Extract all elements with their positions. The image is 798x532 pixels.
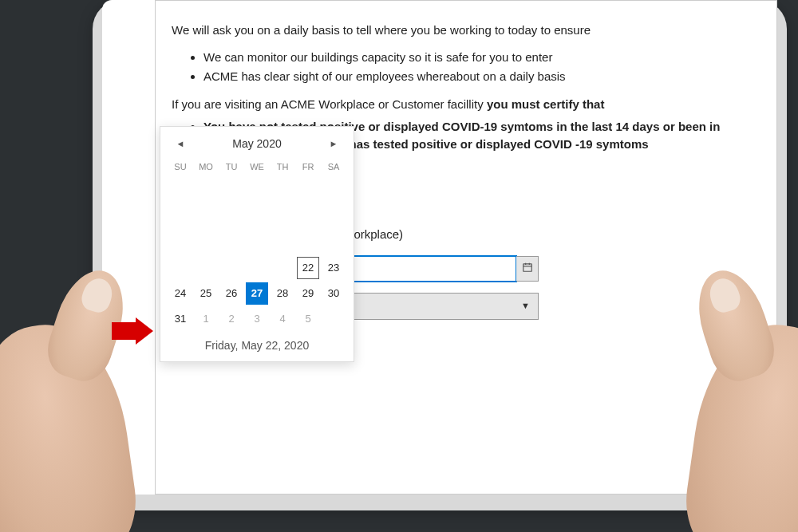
red-arrow-annotation	[112, 317, 153, 345]
calendar-footer[interactable]: Friday, May 22, 2020	[168, 339, 346, 352]
calendar-day[interactable]: 2	[220, 308, 243, 330]
certify-bold: you must certify that	[487, 97, 605, 111]
calendar-day[interactable]: 30	[322, 282, 345, 305]
calendar-day[interactable]: 28	[271, 282, 294, 305]
calendar-day[interactable]: 22	[297, 257, 319, 279]
calendar-day[interactable]: 5	[297, 308, 319, 330]
svg-marker-4	[112, 317, 153, 345]
chevron-down-icon: ▼	[521, 300, 530, 313]
calendar-day[interactable]: 1	[195, 308, 217, 330]
calendar-dow: MO	[194, 159, 218, 178]
calendar-dow: WE	[245, 159, 269, 178]
intro-text: We will ask you on a daily basis to tell…	[172, 22, 751, 39]
certify-prefix: If you are visiting an ACME Workplace or…	[172, 97, 487, 111]
calendar-next-button[interactable]: ►	[326, 136, 341, 151]
calendar-dow: SU	[168, 159, 192, 178]
hand-right	[662, 245, 798, 532]
calendar-day[interactable]: 29	[297, 282, 319, 305]
calendar-icon	[522, 260, 533, 278]
calendar-day[interactable]: 4	[271, 308, 294, 330]
certify-line: If you are visiting an ACME Workplace or…	[172, 96, 751, 113]
calendar-day[interactable]: 23	[322, 257, 345, 279]
calendar-dow: SA	[322, 159, 346, 178]
intro-bullets: We can monitor our buildings capacity so…	[203, 49, 751, 85]
bullet-2: ACME has clear sight of our employees wh…	[203, 68, 751, 85]
hand-left	[0, 245, 160, 532]
calendar-header: ◄ May 2020 ►	[168, 133, 346, 159]
date-picker-popup: ◄ May 2020 ► SUMOTUWETHFRSA2223242526272…	[160, 126, 354, 362]
calendar-day[interactable]: 3	[246, 308, 268, 330]
date-picker-button[interactable]	[516, 256, 539, 282]
calendar-dow: FR	[296, 159, 320, 178]
calendar-day[interactable]: 27	[246, 282, 268, 305]
calendar-day[interactable]: 25	[195, 282, 217, 305]
calendar-prev-button[interactable]: ◄	[173, 136, 188, 151]
calendar-dow: TH	[271, 159, 294, 178]
bullet-1: We can monitor our buildings capacity so…	[203, 49, 751, 66]
calendar-day[interactable]: 26	[220, 282, 243, 305]
calendar-title[interactable]: May 2020	[232, 137, 281, 150]
svg-rect-0	[523, 264, 531, 271]
calendar-grid: SUMOTUWETHFRSA2223242526272829303112345	[168, 159, 346, 331]
calendar-day[interactable]: 31	[169, 308, 192, 330]
calendar-dow: TU	[219, 159, 243, 178]
calendar-day[interactable]: 24	[169, 282, 192, 305]
